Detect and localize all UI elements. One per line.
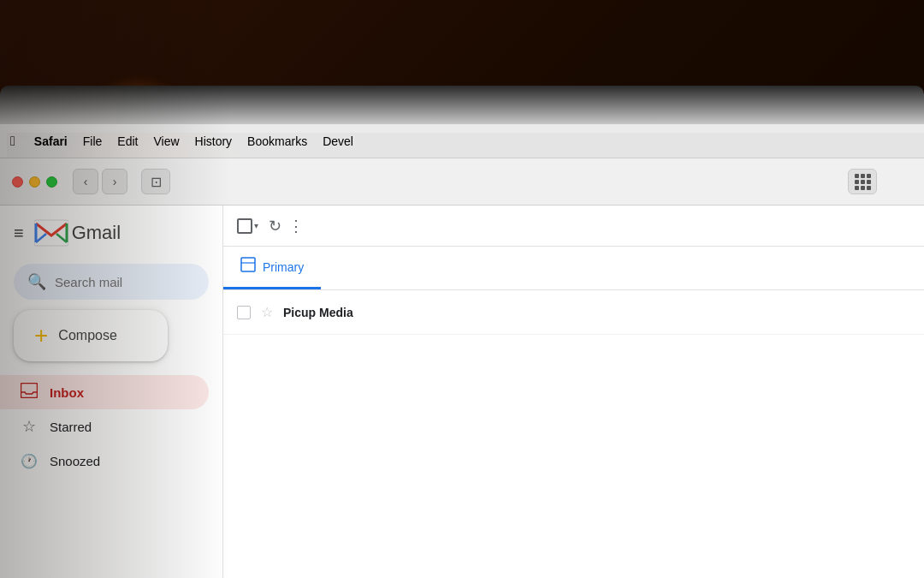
gmail-main: ▾ ↻ ⋮ Primary ☆ Picup Media <box>222 206 924 578</box>
menu-bookmarks[interactable]: Bookmarks <box>247 134 307 148</box>
email-checkbox[interactable] <box>237 306 251 319</box>
menu-develop[interactable]: Devel <box>323 134 353 148</box>
left-dark-vignette <box>0 0 231 578</box>
svg-rect-6 <box>241 258 255 271</box>
email-toolbar: ▾ ↻ ⋮ <box>223 206 924 247</box>
grid-view-button[interactable] <box>848 169 877 194</box>
more-options-button[interactable]: ⋮ <box>288 217 304 235</box>
refresh-button[interactable]: ↻ <box>269 217 281 235</box>
email-star-icon[interactable]: ☆ <box>261 304 273 320</box>
select-all-checkbox[interactable]: ▾ <box>237 218 258 234</box>
primary-tab-label: Primary <box>263 260 304 274</box>
checkbox-box <box>237 218 252 234</box>
email-sender: Picup Media <box>283 306 386 319</box>
inbox-tabs: Primary <box>223 247 924 290</box>
grid-dots-icon <box>855 174 871 190</box>
tab-primary[interactable]: Primary <box>223 247 321 289</box>
email-item[interactable]: ☆ Picup Media <box>223 290 924 335</box>
primary-tab-icon <box>240 257 256 277</box>
chevron-down-icon: ▾ <box>254 221 258 230</box>
